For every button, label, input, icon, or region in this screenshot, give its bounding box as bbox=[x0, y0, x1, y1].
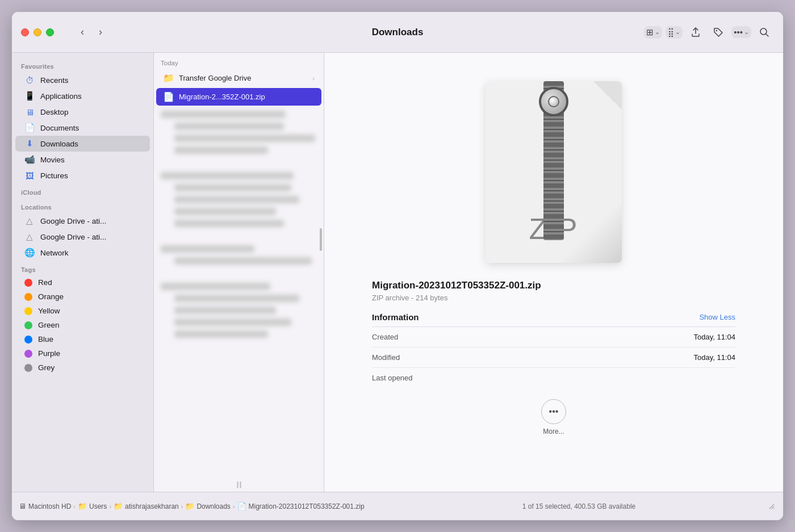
sidebar-item-tag-purple[interactable]: Purple bbox=[15, 346, 150, 361]
more-ellipsis-icon: ••• bbox=[549, 407, 559, 417]
sidebar-network-label: Network bbox=[40, 249, 69, 257]
breadcrumb-macintosh-hd-label: Macintosh HD bbox=[28, 502, 71, 510]
pane-resize-handle[interactable] bbox=[237, 481, 241, 488]
apps-chevron-icon[interactable]: ⌄ bbox=[675, 28, 680, 36]
file-list-pane: Today 📁 Transfer Google Drive › 📄 Migrat… bbox=[154, 53, 324, 492]
info-section-title: Information bbox=[372, 312, 419, 322]
sidebar-tag-yellow-label: Yellow bbox=[38, 307, 60, 315]
sidebar-tag-green-label: Green bbox=[38, 321, 60, 329]
sidebar-tag-orange-label: Orange bbox=[38, 292, 64, 301]
more-chevron-icon[interactable]: ⌄ bbox=[744, 28, 749, 36]
preview-file-name: Migration-20231012T053352Z-001.zip bbox=[372, 280, 735, 291]
breadcrumb: 🖥 Macintosh HD › 📁 Users › 📁 atishrajase… bbox=[19, 502, 391, 510]
zip-file-icon: 📄 bbox=[163, 91, 174, 102]
file-item-zip-label: Migration-2...352Z-001.zip bbox=[179, 93, 265, 101]
file-item-transfer-google-drive[interactable]: 📁 Transfer Google Drive › bbox=[156, 69, 321, 87]
scroll-thumb[interactable] bbox=[320, 228, 322, 251]
sidebar-item-tag-grey[interactable]: Grey bbox=[15, 361, 150, 375]
status-text: 1 of 15 selected, 400.53 GB available bbox=[393, 502, 765, 510]
preview-file-meta: ZIP archive - 214 bytes bbox=[372, 294, 735, 302]
sidebar-recents-label: Recents bbox=[40, 76, 69, 85]
modified-label: Modified bbox=[372, 353, 400, 362]
sidebar-item-pictures[interactable]: 🖼 Pictures bbox=[15, 167, 150, 183]
locations-label: Locations bbox=[12, 198, 153, 213]
sidebar-gdrive1-label: Google Drive - ati... bbox=[40, 217, 106, 225]
sidebar-item-network[interactable]: 🌐 Network bbox=[15, 245, 150, 261]
green-tag-dot bbox=[24, 321, 32, 329]
sidebar-item-gdrive2[interactable]: △ Google Drive - ati... bbox=[15, 229, 150, 245]
sidebar-downloads-label: Downloads bbox=[40, 140, 78, 148]
breadcrumb-user-label: atishrajasekharan bbox=[125, 502, 179, 510]
window-title: Downloads bbox=[372, 27, 424, 38]
user-folder-icon: 📁 bbox=[114, 502, 123, 510]
tags-label: Tags bbox=[12, 261, 153, 275]
sidebar-item-downloads[interactable]: ⬇ Downloads bbox=[15, 136, 150, 152]
file-item-migration-zip[interactable]: 📄 Migration-2...352Z-001.zip bbox=[156, 88, 321, 106]
search-button[interactable] bbox=[755, 23, 774, 42]
sidebar-pictures-label: Pictures bbox=[40, 171, 68, 180]
macintosh-hd-icon: 🖥 bbox=[19, 502, 26, 510]
sidebar-item-applications[interactable]: 📱 Applications bbox=[15, 88, 150, 104]
chevron-right-icon: › bbox=[312, 75, 315, 82]
fullscreen-button[interactable] bbox=[46, 28, 54, 36]
view-chevron-icon[interactable]: ⌄ bbox=[655, 28, 660, 36]
sidebar-item-recents[interactable]: ⏱ Recents bbox=[15, 72, 150, 88]
sidebar-item-desktop[interactable]: 🖥 Desktop bbox=[15, 104, 150, 120]
sidebar-item-documents[interactable]: 📄 Documents bbox=[15, 120, 150, 136]
orange-tag-dot bbox=[24, 293, 32, 301]
breadcrumb-users[interactable]: 📁 Users bbox=[78, 502, 107, 510]
sidebar-applications-label: Applications bbox=[40, 92, 82, 100]
red-tag-dot bbox=[24, 279, 32, 287]
blurred-section-2 bbox=[154, 163, 324, 236]
share-button[interactable] bbox=[686, 23, 705, 42]
svg-point-0 bbox=[716, 30, 717, 31]
sidebar-item-movies[interactable]: 📹 Movies bbox=[15, 152, 150, 167]
documents-icon: 📄 bbox=[24, 123, 35, 133]
traffic-lights bbox=[21, 28, 54, 36]
breadcrumb-zip-file[interactable]: 📄 Migration-20231012T053352Z-001.zip bbox=[237, 502, 365, 510]
created-label: Created bbox=[372, 333, 398, 341]
breadcrumb-downloads-label: Downloads bbox=[196, 502, 230, 510]
zip-icon-container: ZIP bbox=[480, 70, 627, 269]
sidebar-tag-grey-label: Grey bbox=[38, 363, 55, 372]
minimize-button[interactable] bbox=[34, 28, 41, 36]
sidebar-item-tag-yellow[interactable]: Yellow bbox=[15, 304, 150, 318]
sidebar-item-tag-red[interactable]: Red bbox=[15, 275, 150, 290]
sidebar-item-tag-blue[interactable]: Blue bbox=[15, 332, 150, 346]
sidebar: Favourites ⏱ Recents 📱 Applications 🖥 De… bbox=[12, 53, 154, 492]
breadcrumb-downloads[interactable]: 📁 Downloads bbox=[185, 502, 230, 510]
nav-buttons: ‹ › bbox=[74, 24, 108, 40]
main-content: Favourites ⏱ Recents 📱 Applications 🖥 De… bbox=[12, 53, 783, 492]
downloads-folder-icon: 📁 bbox=[185, 502, 194, 510]
ellipsis-icon[interactable]: ••• bbox=[734, 27, 743, 37]
apps-icon[interactable]: ⣿ bbox=[668, 27, 674, 37]
sidebar-item-tag-orange[interactable]: Orange bbox=[15, 290, 150, 304]
sidebar-item-tag-green[interactable]: Green bbox=[15, 318, 150, 332]
last-opened-label: Last opened bbox=[372, 374, 413, 382]
more-button-area: ••• More... bbox=[372, 388, 735, 447]
breadcrumb-sep-1: › bbox=[73, 503, 76, 510]
today-header: Today bbox=[154, 53, 324, 69]
more-circle-button[interactable]: ••• bbox=[541, 399, 566, 424]
gdrive1-icon: △ bbox=[24, 216, 35, 226]
app-switcher[interactable]: ⣿ ⌄ bbox=[666, 26, 683, 39]
blurred-section-4 bbox=[154, 274, 324, 347]
blurred-section-3 bbox=[154, 236, 324, 274]
sidebar-item-gdrive1[interactable]: △ Google Drive - ati... bbox=[15, 213, 150, 229]
breadcrumb-macintosh-hd[interactable]: 🖥 Macintosh HD bbox=[19, 502, 71, 510]
show-less-button[interactable]: Show Less bbox=[699, 313, 735, 321]
forward-button[interactable]: › bbox=[93, 24, 108, 40]
more-button[interactable]: ••• ⌄ bbox=[731, 26, 751, 38]
more-button-label: More... bbox=[543, 428, 564, 435]
gdrive2-icon: △ bbox=[24, 232, 35, 242]
preview-pane: ZIP Migration-20231012T053352Z-001.zip Z… bbox=[324, 53, 783, 492]
back-button[interactable]: ‹ bbox=[74, 24, 90, 40]
info-row-modified: Modified Today, 11:04 bbox=[372, 347, 735, 368]
purple-tag-dot bbox=[24, 350, 32, 358]
view-switcher[interactable]: ⊞ ⌄ bbox=[644, 26, 662, 39]
close-button[interactable] bbox=[21, 28, 29, 36]
breadcrumb-user[interactable]: 📁 atishrajasekharan bbox=[114, 502, 179, 510]
column-view-icon[interactable]: ⊞ bbox=[646, 27, 654, 37]
tag-button[interactable] bbox=[709, 23, 728, 42]
sidebar-tag-blue-label: Blue bbox=[38, 335, 53, 344]
